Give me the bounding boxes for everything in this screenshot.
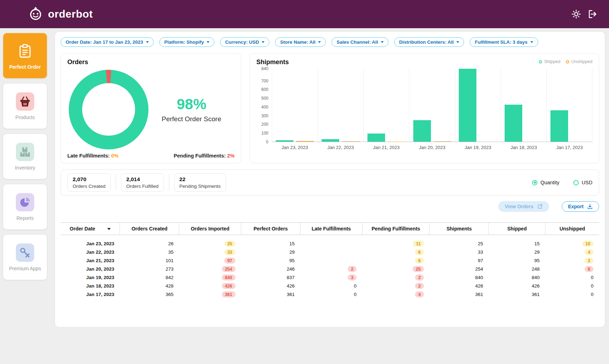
column-header-perfect-orders: Perfect Orders [241,223,300,235]
table-cell: Jan 17, 2023 [61,290,120,299]
table-cell: Jan 23, 2023 [61,235,120,248]
filter-currency[interactable]: Currency: USD [220,37,269,47]
chevron-down-icon [456,41,459,43]
sidebar-item-premium-apps[interactable]: Premium Apps [3,235,47,280]
column-header-orders-created: Orders Created [120,223,179,235]
bar-unshipped [296,141,314,142]
chevron-down-icon [318,41,321,43]
settings-gear-icon[interactable] [572,10,581,19]
table-cell: 2 [545,257,599,265]
bar-group [364,69,409,142]
late-fulfillments-value: 0% [111,153,118,159]
view-orders-button[interactable]: View Orders [498,201,549,212]
column-header-order-date[interactable]: Order Date [61,223,120,235]
sidebar-item-reports[interactable]: Reports [3,184,47,229]
status-badge: 6 [585,266,593,272]
status-badge: 6 [415,249,424,255]
shipments-plot [272,69,592,142]
filter-fulfillment-sla[interactable]: Fulfillment SLA: 3 days [470,37,538,47]
stat-pending-shipments: 22 Pending Shipments [174,173,226,192]
table-cell: 426 [179,282,241,290]
status-badge: 840 [222,274,236,280]
basket-icon [16,92,34,111]
usd-radio[interactable]: USD [573,180,592,185]
table-cell: 95 [489,257,545,265]
brand: orderbot [28,5,93,23]
status-badge: 25 [224,241,236,247]
logout-icon[interactable] [588,10,598,19]
sidebar-item-products[interactable]: Products [3,84,47,129]
orderbot-logo-icon [28,5,44,23]
table-row: Jan 21, 20231019795697952 [61,257,599,265]
status-badge: 3 [348,274,357,280]
table-cell: 2 [300,265,363,273]
stat-orders-created: 2,070 Orders Created [67,173,111,192]
bar-shipped [550,110,568,142]
bar-shipped [322,139,339,142]
quantity-radio[interactable]: Quantity [532,180,559,185]
table-row: Jan 19, 2023842840837328408400 [61,273,599,282]
bar-group [409,69,455,142]
table-cell: 15 [241,235,300,248]
divider [116,174,116,191]
bar-group [318,69,364,142]
table-cell: 426 [430,282,489,290]
clipboard-icon [16,42,34,60]
table-cell: 25 [179,235,241,248]
premium-apps-icon [16,243,34,262]
export-button[interactable]: Export [562,201,599,212]
x-axis-label: Jan 17, 2023 [547,145,592,150]
table-cell: 0 [300,282,363,290]
table-cell: 29 [489,248,545,257]
pending-fulfillments: Pending Fulfillments:2% [174,153,235,159]
table-cell: 35 [120,248,179,257]
charts-row: Orders 98% Perfect Order Score Late Fu [61,53,599,163]
table-cell: 840 [489,273,545,282]
chevron-down-icon [530,41,533,43]
legend-unshipped[interactable]: Unshipped [566,59,592,64]
table-cell: 254 [430,265,489,273]
filter-platform[interactable]: Platform: Shopify [159,37,215,47]
column-header-orders-imported: Orders Imported [179,223,241,235]
table-cell: 15 [489,235,545,248]
filter-sales-channel[interactable]: Sales Channel: All [331,37,388,47]
bar-unshipped [434,141,451,142]
filter-label: Distribution Centers: All [399,39,454,45]
sidebar-item-label: Inventory [15,165,35,171]
filter-distribution-centers[interactable]: Distribution Centers: All [394,37,464,47]
table-cell: 361 [241,290,300,299]
external-link-icon [537,204,543,209]
y-tick-label: 600 [261,87,268,92]
orders-donut-chart [69,70,148,149]
sidebar-item-perfect-order[interactable]: Perfect Order [3,33,47,78]
legend-shipped[interactable]: Shipped [539,59,560,64]
unshipped-legend-icon [566,60,569,63]
filter-order-date[interactable]: Order Date: Jan 17 to Jan 23, 2023 [61,37,154,47]
chevron-down-icon [146,41,149,43]
table-cell: 361 [489,290,545,299]
table-row: Jan 18, 2023428426426024264260 [61,282,599,290]
table-cell: 840 [430,273,489,282]
table-cell: 101 [120,257,179,265]
perfect-order-score: 98% Perfect Order Score [148,96,235,123]
status-badge: 11 [413,241,424,247]
table-cell: 11 [362,235,430,248]
app-shell: Perfect Order Products [0,28,609,364]
shipments-bar-chart: 8407006005004003002001000 Jan 23, 2023Ja… [256,69,592,160]
late-fulfillments: Late Fulfillments:0% [67,153,118,159]
y-tick-label: 500 [261,96,268,101]
sort-caret-icon [107,228,111,230]
table-cell: 33 [430,248,489,257]
radio-label: Quantity [540,180,559,185]
filter-label: Sales Channel: All [336,39,378,45]
table-cell: Jan 20, 2023 [61,265,120,273]
y-tick-label: 200 [261,122,268,127]
status-badge: 6 [415,258,424,264]
download-icon [587,204,593,209]
table-cell: 0 [545,290,599,299]
table-cell: 4 [362,290,430,299]
table-cell: 0 [545,282,599,290]
sidebar-item-inventory[interactable]: Inventory [3,134,47,179]
filter-store-name[interactable]: Store Name: All [275,37,326,47]
filter-bar: Order Date: Jan 17 to Jan 23, 2023 Platf… [61,37,599,47]
